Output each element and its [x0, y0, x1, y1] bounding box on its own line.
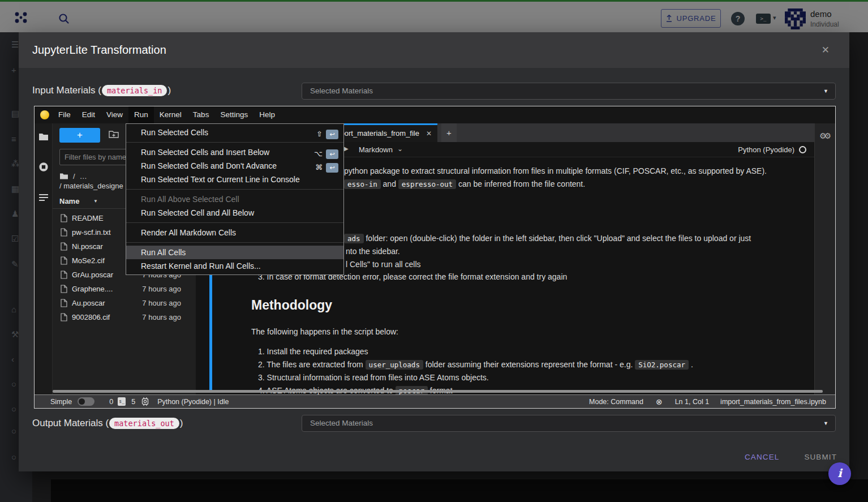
file-icon — [61, 228, 67, 237]
markdown-list-item: nto the sidebar. — [346, 247, 400, 256]
menu-item-run-selected-cells-insert-below[interactable]: Run Selected Cells and Insert Below ⌥↩ — [126, 145, 343, 159]
folder-icon[interactable] — [59, 173, 68, 180]
menu-separator — [126, 242, 343, 243]
menu-item-run-selected-cells[interactable]: Run Selected Cells ⇧↩ — [126, 126, 343, 139]
input-materials-select-value: Selected Materials — [310, 87, 373, 95]
markdown-list-item: 1. Install the required packages — [258, 347, 368, 356]
terminal-badge-icon: s_ — [118, 397, 126, 406]
menu-view[interactable]: View — [101, 106, 128, 123]
jupyterlite-logo-icon — [40, 110, 49, 119]
cancel-button[interactable]: CANCEL — [745, 453, 779, 461]
kernels-count: 5 — [131, 398, 135, 406]
file-icon — [61, 271, 67, 279]
paren-close: ) — [167, 85, 171, 96]
output-materials-select[interactable]: Selected Materials ▼ — [302, 415, 836, 432]
file-modified: 7 hours ago — [142, 296, 181, 310]
dialog-title: JupyterLite Transformation — [32, 32, 166, 68]
file-row[interactable]: Au.poscar 7 hours ago — [53, 296, 196, 310]
breadcrumb-root[interactable]: / — [73, 172, 75, 181]
jupyterlite-transformation-dialog: JupyterLite Transformation ✕ Input Mater… — [19, 32, 849, 471]
file-row[interactable]: 9002806.cif 7 hours ago — [53, 310, 196, 324]
info-button[interactable]: i — [828, 462, 851, 485]
markdown-list-item: 2. The files are extracted from user_upl… — [258, 360, 693, 369]
table-of-contents-icon[interactable] — [38, 192, 49, 203]
paren-close: ) — [180, 418, 183, 429]
markdown-list-item: l Cells" to run all cells — [346, 260, 421, 269]
enter-key-icon: ↩ — [326, 130, 338, 139]
file-modified: 7 hours ago — [142, 282, 181, 296]
input-materials-select[interactable]: Selected Materials ▼ — [302, 83, 836, 100]
menu-separator — [126, 189, 343, 190]
menu-item-run-selected-text-in-console[interactable]: Run Selected Text or Current Line in Con… — [126, 173, 343, 186]
chevron-down-icon: ▼ — [823, 83, 828, 99]
horizontal-scrollbar[interactable] — [53, 390, 823, 393]
tab-title: port_materials_from_file — [341, 125, 419, 142]
breadcrumb-ellipsis[interactable]: … — [80, 172, 87, 181]
menu-kernel[interactable]: Kernel — [154, 106, 187, 123]
file-name: GrAu.poscar — [72, 268, 113, 282]
name-column-header[interactable]: Name — [59, 197, 79, 205]
output-materials-select-value: Selected Materials — [310, 419, 373, 427]
running-terminals-icon[interactable] — [38, 162, 49, 172]
menu-edit[interactable]: Edit — [76, 106, 101, 123]
file-name: README — [72, 211, 104, 225]
markdown-list-item: ads folder: open (double-click) the fold… — [344, 234, 751, 243]
new-tab-button[interactable]: + — [441, 123, 457, 142]
inline-code: SiO2.poscar — [635, 360, 689, 370]
file-name: Au.poscar — [72, 296, 105, 310]
breadcrumb: / … — [59, 172, 87, 181]
menu-file[interactable]: File — [53, 106, 76, 123]
file-icon — [61, 214, 67, 222]
kernel-indicator[interactable]: Python (Pyodide) — [738, 142, 806, 157]
menu-item-run-selected-cell-and-all-below[interactable]: Run Selected Cell and All Below — [126, 206, 343, 220]
breadcrumb-path[interactable]: / materials_designe — [59, 182, 123, 190]
submit-button[interactable]: SUBMIT — [804, 453, 837, 461]
statusbar-filename: import_materials_from_files.ipynb — [720, 398, 826, 406]
terminals-count: 0 — [109, 398, 113, 406]
chevron-down-icon: ▼ — [823, 415, 828, 431]
cursor-position: Ln 1, Col 1 — [675, 398, 709, 406]
simple-mode-toggle[interactable] — [78, 397, 94, 406]
new-folder-icon[interactable] — [109, 130, 119, 139]
menu-item-restart-kernel-and-run-all[interactable]: Restart Kernel and Run All Cells... — [126, 259, 343, 273]
jupyter-menubar: File Edit View Run Kernel Tabs Settings … — [35, 106, 835, 123]
right-sidebar: ⚙⚙ — [814, 123, 835, 394]
new-launcher-button[interactable]: + — [59, 128, 100, 143]
kernel-name: Python (Pyodide) — [738, 145, 794, 154]
shift-key-icon: ⇧ — [316, 127, 323, 141]
enter-key-icon: ↩ — [326, 149, 338, 159]
menu-tabs[interactable]: Tabs — [187, 106, 215, 123]
jupyter-statusbar: Simple 0 s_ 5 Python (Pyodide) | Idle Mo… — [35, 394, 835, 408]
menu-item-run-all-above: Run All Above Selected Cell — [126, 192, 343, 206]
markdown-paragraph: The following happens in the script belo… — [251, 327, 398, 336]
tab-close-icon[interactable]: ✕ — [426, 125, 432, 142]
file-browser-icon[interactable] — [38, 132, 49, 142]
menu-item-run-selected-cells-dont-advance[interactable]: Run Selected Cells and Don't Advance ⌘↩ — [126, 159, 343, 173]
file-icon — [61, 242, 67, 251]
menu-item-run-all-cells[interactable]: Run All Cells — [126, 246, 343, 259]
file-name: 9002806.cif — [72, 310, 110, 324]
inline-code: ads — [344, 234, 364, 243]
kernel-status-icon — [799, 146, 806, 153]
input-materials-code: materials_in — [102, 85, 167, 96]
menu-item-render-all-markdown-cells[interactable]: Render All Markdown Cells — [126, 226, 343, 239]
property-inspector-icon[interactable]: ⚙⚙ — [819, 131, 829, 140]
cell-type-dropdown[interactable]: Markdown — [359, 142, 393, 157]
close-icon[interactable]: ✕ — [822, 44, 830, 56]
run-cell-icon[interactable]: ▶ — [344, 145, 349, 152]
file-icon — [61, 285, 67, 293]
output-materials-label: Output Materials ( materials_out ) — [32, 414, 183, 433]
input-materials-label: Input Materials ( materials_in ) — [32, 81, 171, 100]
menu-help[interactable]: Help — [253, 106, 281, 123]
menu-run[interactable]: Run — [128, 106, 154, 123]
file-name: pw-scf.in.txt — [72, 225, 111, 239]
jupyter-activity-bar — [35, 123, 53, 394]
menu-separator — [126, 222, 343, 223]
menu-settings[interactable]: Settings — [214, 106, 253, 123]
file-modified: 7 hours ago — [142, 310, 181, 324]
dialog-header: JupyterLite Transformation ✕ — [19, 32, 849, 68]
sort-arrow-icon: ▼ — [93, 199, 98, 204]
file-name: Graphene.... — [72, 282, 113, 296]
file-row[interactable]: Graphene.... 7 hours ago — [53, 282, 196, 296]
enter-key-icon: ↩ — [326, 163, 338, 173]
